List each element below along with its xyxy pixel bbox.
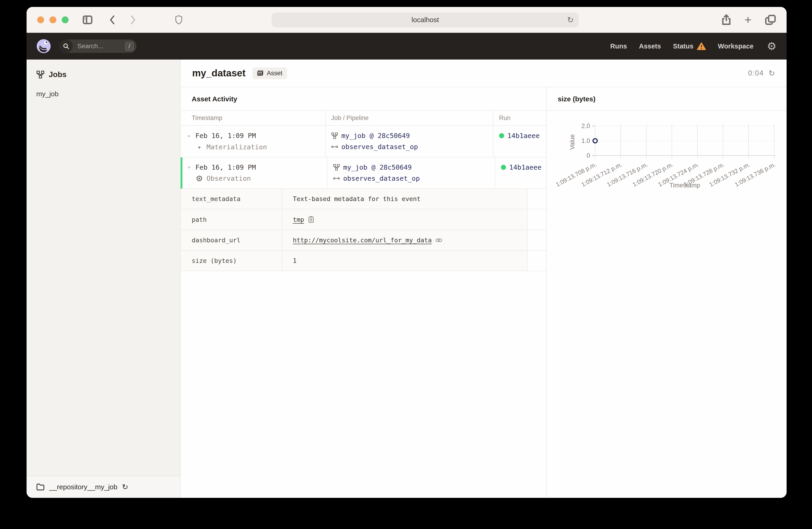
asset-table-icon	[257, 70, 264, 77]
run-id-link[interactable]: 14b1aeee	[507, 132, 540, 139]
op-link[interactable]: observes_dataset_op	[343, 175, 420, 182]
dashboard-url-link[interactable]: http://mycoolsite.com/url_for_my_data	[293, 237, 432, 244]
ytick-2: 2.0	[581, 122, 590, 130]
collapse-caret-icon[interactable]: ▾	[186, 164, 192, 171]
op-icon	[333, 175, 340, 182]
nav-runs[interactable]: Runs	[610, 43, 627, 50]
metadata-row: path tmp	[180, 209, 546, 230]
app-navbar: Search... / Runs Assets Status Workspace…	[27, 33, 787, 60]
sidebar-item-my-job[interactable]: my_job	[36, 90, 171, 98]
traffic-lights	[37, 16, 69, 23]
share-icon[interactable]	[722, 14, 731, 26]
metadata-row: text_metadata Text-based metadata for th…	[180, 189, 546, 209]
metadata-key: path	[180, 209, 282, 230]
run-success-dot	[501, 165, 506, 170]
repository-bar: __repository__my_job ↻	[27, 476, 180, 498]
jobs-graph-icon	[36, 70, 45, 79]
search-shortcut-badge: /	[125, 42, 134, 51]
forward-icon[interactable]	[130, 15, 136, 25]
metadata-value: 1	[293, 257, 296, 264]
folder-icon	[36, 483, 45, 491]
nav-status[interactable]: Status	[673, 42, 706, 50]
event-timestamp: Feb 16, 1:09 PM	[195, 132, 256, 139]
search-placeholder: Search...	[77, 43, 103, 50]
column-run: Run	[494, 111, 546, 125]
main-panel: my_dataset Asset 0:04 ↻ Asset Activity T…	[180, 60, 787, 498]
jobs-title: Jobs	[49, 70, 67, 79]
xtick: 1:09:13.708 p.m.	[554, 161, 597, 188]
event-type: Materialization	[206, 143, 267, 151]
search-icon	[59, 40, 73, 53]
metadata-row: dashboard_url http://mycoolsite.com/url_…	[180, 230, 546, 251]
metadata-key: dashboard_url	[180, 230, 282, 250]
metadata-key: text_metadata	[180, 189, 282, 209]
run-success-dot	[499, 133, 504, 138]
chart-title: size (bytes)	[547, 87, 787, 111]
repository-refresh-icon[interactable]: ↻	[122, 483, 128, 491]
table-row-observation: ▾ Feb 16, 1:09 PM Observation my	[180, 158, 546, 189]
reload-icon[interactable]: ↻	[567, 15, 574, 25]
url-text: localhost	[411, 16, 439, 24]
observation-eye-icon	[195, 175, 203, 182]
metadata-key: size (bytes)	[180, 251, 282, 271]
run-id-link[interactable]: 14b1aeee	[509, 163, 541, 171]
asset-tag[interactable]: Asset	[252, 68, 287, 79]
ytick-1: 1.0	[581, 137, 590, 144]
minimize-button[interactable]	[49, 16, 56, 23]
scatter-chart-svg: 2.0 1.0 0 Value 1:09:13.708 p.m. 1:09:13…	[547, 111, 787, 203]
search-input[interactable]: Search... /	[59, 40, 136, 53]
ytick-0: 0	[586, 152, 590, 159]
nav-assets[interactable]: Assets	[639, 43, 661, 50]
job-graph-icon	[333, 164, 340, 171]
sidebar-toggle-icon[interactable]	[83, 15, 92, 25]
column-job-pipeline: Job / Pipeline	[325, 111, 494, 125]
job-link[interactable]: my_job @ 28c50649	[343, 163, 412, 171]
nav-workspace[interactable]: Workspace	[718, 43, 754, 50]
page-title: my_dataset	[192, 68, 246, 79]
op-link[interactable]: observes_dataset_op	[341, 143, 418, 151]
refresh-icon[interactable]: ↻	[769, 69, 775, 78]
x-axis-label: Timestamp	[669, 182, 700, 189]
y-axis-label: Value	[569, 134, 576, 150]
metadata-value: Text-based metadata for this event	[293, 195, 421, 202]
op-icon	[331, 143, 338, 150]
asset-tag-label: Asset	[267, 70, 282, 77]
dagster-logo[interactable]	[37, 39, 50, 53]
address-bar[interactable]: localhost ↻	[272, 13, 579, 27]
activity-table-header: Timestamp Job / Pipeline Run	[180, 111, 546, 126]
browser-window: localhost ↻ + Search... / Runs	[27, 7, 787, 498]
close-button[interactable]	[37, 16, 44, 23]
nav-status-label: Status	[673, 43, 694, 50]
copy-clipboard-icon[interactable]	[308, 216, 314, 223]
privacy-shield-icon[interactable]	[175, 15, 183, 25]
tab-overview-icon[interactable]	[765, 15, 776, 25]
job-link[interactable]: my_job @ 28c50649	[341, 132, 410, 139]
materialization-icon: ✦	[195, 143, 203, 151]
path-link[interactable]: tmp	[293, 216, 304, 223]
job-graph-icon	[331, 132, 338, 139]
size-bytes-chart-panel: size (bytes)	[547, 87, 787, 498]
asset-activity-heading: Asset Activity	[180, 87, 546, 111]
data-point[interactable]	[593, 139, 597, 143]
back-icon[interactable]	[109, 15, 115, 25]
table-row-materialization: ▸ Feb 16, 1:09 PM ✦ Materialization	[180, 126, 546, 158]
expand-caret-icon[interactable]: ▸	[186, 132, 192, 139]
external-link-chain-icon	[435, 237, 442, 243]
refresh-timer: 0:04	[748, 69, 764, 77]
left-sidebar: Jobs my_job __repository__my_job ↻	[27, 60, 180, 498]
metadata-row: size (bytes) 1	[180, 251, 546, 271]
zoom-button[interactable]	[62, 16, 69, 23]
column-timestamp: Timestamp	[180, 111, 325, 125]
warning-icon	[697, 42, 706, 50]
settings-gear-icon[interactable]: ⚙	[767, 41, 777, 52]
new-tab-icon[interactable]: +	[744, 14, 752, 26]
event-timestamp: Feb 16, 1:09 PM	[195, 163, 256, 171]
event-type: Observation	[206, 175, 251, 182]
repository-name: __repository__my_job	[49, 483, 117, 491]
asset-activity-panel: Asset Activity Timestamp Job / Pipeline …	[180, 87, 547, 498]
browser-chrome: localhost ↻ +	[27, 7, 787, 33]
size-bytes-chart: 2.0 1.0 0 Value 1:09:13.708 p.m. 1:09:13…	[547, 111, 787, 203]
